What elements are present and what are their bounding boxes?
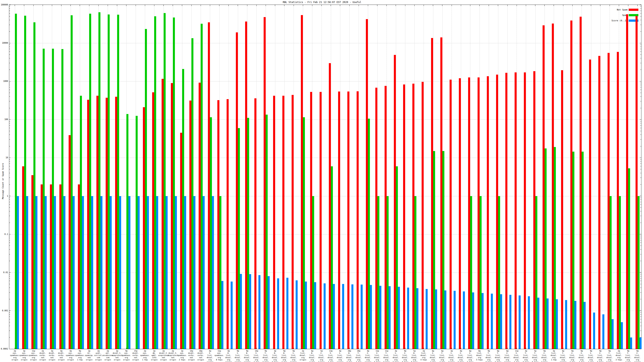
y-major-tick (9, 119, 11, 120)
y-minor-tick (9, 204, 10, 205)
group-gridline (322, 5, 322, 349)
y-major-tick (640, 272, 641, 273)
y-minor-tick (9, 240, 10, 240)
y-minor-tick (640, 326, 641, 326)
y-minor-tick (9, 288, 10, 288)
bar-not-spam (115, 97, 117, 349)
bar-not-spam (59, 184, 62, 349)
group-gridline (452, 5, 452, 349)
y-minor-tick (9, 317, 10, 317)
bar-score (518, 296, 521, 349)
bar-score (64, 196, 66, 349)
y-minor-tick (640, 139, 641, 140)
group-gridline (284, 5, 284, 349)
y-minor-tick (9, 238, 10, 238)
y-major-tick (9, 196, 11, 196)
y-tick-label: 100000 (0, 4, 8, 6)
bar-spam (442, 151, 444, 349)
x-tick (80, 5, 80, 6)
x-tick (117, 5, 117, 6)
bar-not-spam (496, 75, 498, 349)
bar-score (584, 302, 586, 349)
y-minor-tick (9, 314, 10, 315)
bar-not-spam (152, 92, 154, 349)
x-tick (535, 5, 535, 6)
y-minor-tick (9, 184, 10, 185)
y-minor-tick (640, 331, 641, 331)
y-minor-tick (9, 159, 10, 160)
group-gridline (489, 5, 489, 349)
y-tick-label: 0.001 (0, 310, 8, 312)
y-minor-tick (640, 51, 641, 52)
bar-spam (396, 166, 398, 349)
bar-not-spam (403, 84, 405, 349)
bar-not-spam (199, 83, 201, 349)
y-minor-tick (9, 63, 10, 63)
bar-not-spam (50, 184, 52, 349)
y-minor-tick (9, 207, 10, 208)
group-gridline (405, 5, 405, 349)
y-major-tick (640, 158, 641, 158)
bar-not-spam (366, 19, 368, 349)
y-minor-tick (9, 281, 10, 281)
legend-row: Not Spam (592, 8, 640, 11)
bar-not-spam (487, 76, 489, 349)
y-tick-label: 10000 (0, 42, 8, 44)
bar-score (565, 300, 567, 349)
bar-score (640, 338, 642, 349)
y-minor-tick (640, 202, 641, 202)
bar-score (324, 283, 326, 349)
y-minor-tick (9, 54, 10, 55)
bar-spam (145, 29, 147, 349)
y-minor-tick (9, 90, 10, 90)
bar-not-spam (561, 70, 563, 349)
bar-not-spam (143, 107, 145, 349)
y-minor-tick (640, 240, 641, 240)
x-tick (516, 5, 517, 6)
y-minor-tick (9, 8, 10, 9)
bar-not-spam (608, 53, 610, 349)
bar-spam (610, 196, 612, 349)
y-minor-tick (9, 246, 10, 246)
bar-not-spam (180, 133, 182, 349)
group-gridline (591, 5, 591, 349)
bar-not-spam (347, 91, 349, 349)
bar-spam (43, 49, 45, 349)
bar-score (333, 284, 335, 349)
bar-spam (386, 196, 388, 349)
y-minor-tick (9, 276, 10, 276)
group-gridline (526, 5, 526, 349)
bar-score (277, 278, 279, 349)
y-minor-tick (640, 236, 641, 236)
group-gridline (275, 5, 275, 349)
bar-not-spam (22, 166, 24, 349)
bar-not-spam (310, 92, 312, 349)
bar-spam (377, 196, 379, 349)
y-minor-tick (640, 128, 641, 128)
bar-score (546, 299, 548, 349)
y-minor-tick (640, 93, 641, 93)
bar-spam (331, 166, 333, 349)
y-minor-tick (9, 108, 10, 108)
bar-score (73, 196, 75, 349)
y-minor-tick (640, 292, 641, 293)
y-minor-tick (640, 16, 641, 16)
bar-spam (582, 152, 584, 349)
bar-score (574, 301, 576, 349)
x-tick (563, 5, 563, 6)
x-tick (619, 5, 619, 6)
bar-spam (303, 117, 305, 349)
bar-spam (15, 14, 17, 349)
bar-not-spam (338, 91, 340, 349)
y-tick-label: 1000 (0, 80, 8, 82)
group-gridline (349, 5, 350, 349)
bar-not-spam (96, 96, 98, 349)
bar-score (444, 290, 446, 349)
y-major-tick (9, 234, 11, 234)
y-minor-tick (640, 317, 641, 317)
bar-spam (108, 14, 110, 349)
y-minor-tick (640, 146, 641, 146)
bar-spam (173, 17, 175, 349)
y-major-tick (640, 311, 641, 311)
y-minor-tick (640, 274, 641, 274)
